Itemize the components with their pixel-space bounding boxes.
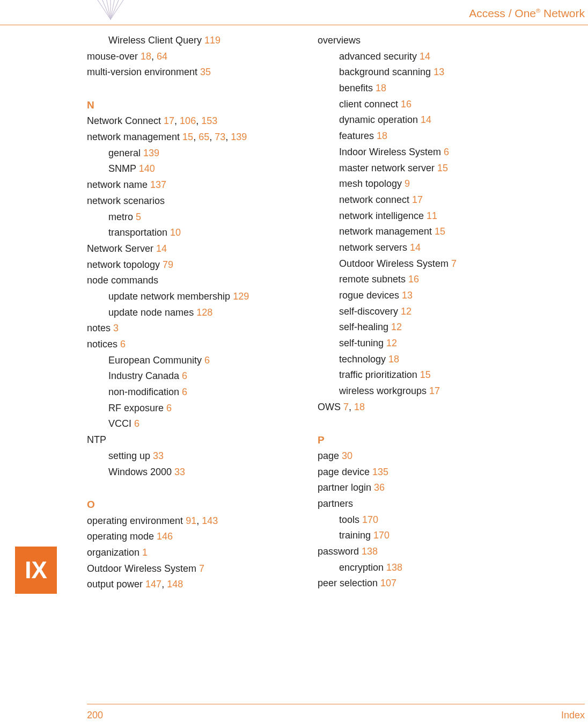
page-reference[interactable]: 30 [342,450,352,461]
page-reference[interactable]: 18 [354,402,365,412]
page-reference[interactable]: 10 [170,227,181,238]
page-reference[interactable]: 36 [374,482,385,493]
page-reference[interactable]: 14 [421,114,431,125]
index-column-1: Wireless Client Query 119mouse-over 18, … [87,33,318,593]
index-entry: Network Server 14 [87,241,307,257]
index-entry: self-healing 12 [318,319,548,336]
index-entry-text: client connect [339,99,401,110]
page-reference[interactable]: 13 [433,67,444,77]
page-reference[interactable]: 137 [150,179,166,190]
page-reference[interactable]: 14 [410,242,421,253]
page-reference[interactable]: 129 [233,291,249,302]
page-reference[interactable]: 146 [157,531,173,542]
page-reference[interactable]: 17 [412,194,423,205]
page-reference[interactable]: 6 [182,387,187,397]
page-reference[interactable]: 13 [402,290,413,301]
page-reference[interactable]: 139 [231,132,247,142]
index-entry-text: network management [339,226,435,237]
page-reference[interactable]: 15 [420,369,431,380]
page-reference[interactable]: 148 [167,579,183,589]
page-reference[interactable]: 17 [429,385,440,396]
index-entry-text: node commands [87,275,158,286]
header-title-prefix: Access / One [469,7,536,19]
page-reference[interactable]: 170 [362,514,378,525]
index-entry: operating environment 91, 143 [87,513,307,529]
index-entry: network connect 17 [318,192,548,208]
page-reference[interactable]: 17 [164,115,174,126]
page-reference[interactable]: 7 [451,258,457,269]
page-reference[interactable]: 33 [174,467,185,477]
page-reference[interactable]: 170 [373,530,389,541]
page-reference[interactable]: 128 [196,307,212,318]
page-reference[interactable]: 91 [186,515,196,526]
page-reference[interactable]: 139 [143,148,159,158]
index-entry: Windows 2000 33 [87,464,307,481]
index-entry: Wireless Client Query 119 [87,33,307,49]
index-entry: self-tuning 12 [318,336,548,352]
page-reference[interactable]: 15 [435,226,445,237]
page-reference[interactable]: 12 [401,306,411,317]
page-reference[interactable]: 65 [199,132,209,142]
page-reference[interactable]: 18 [377,130,387,141]
page-reference[interactable]: 18 [141,51,151,62]
index-entry-text: SNMP [108,163,139,174]
page-reference[interactable]: 147 [145,579,161,589]
section-letter: O [87,496,307,513]
page-reference[interactable]: 7 [343,402,349,412]
index-entry: NTP [87,432,307,448]
page-reference[interactable]: 107 [380,578,396,588]
index-entry-text: benefits [339,83,376,93]
page-reference[interactable]: 9 [405,178,410,189]
registered-mark: ® [536,8,540,14]
page-reference[interactable]: 15 [182,132,193,142]
page-reference[interactable]: 16 [408,274,419,285]
page-reference[interactable]: 138 [386,562,402,573]
index-columns: IX Wireless Client Query 119mouse-over 1… [0,25,588,593]
index-entry: network servers 14 [318,240,548,256]
index-entry: features 18 [318,128,548,144]
page-reference[interactable]: 143 [202,515,218,526]
page-reference[interactable]: 35 [200,67,211,77]
page-reference[interactable]: 5 [136,212,141,222]
page-reference[interactable]: 12 [391,322,402,332]
page-reference[interactable]: 7 [199,563,204,574]
page-reference[interactable]: 6 [134,418,139,429]
page-reference[interactable]: 12 [386,338,397,348]
index-entry: Industry Canada 6 [87,368,307,384]
page-reference[interactable]: 6 [182,370,187,381]
page-reference[interactable]: 18 [388,354,399,365]
page-reference[interactable]: 64 [157,51,167,62]
page-reference[interactable]: 79 [163,259,173,270]
page-reference[interactable]: 138 [362,546,378,557]
index-entry-text: background scanning [339,67,433,77]
page-reference[interactable]: 6 [204,355,210,366]
page-reference[interactable]: 1 [142,547,148,558]
page-reference[interactable]: 14 [156,243,167,254]
index-entry-text: master network server [339,163,437,173]
index-entry-text: self-tuning [339,338,386,348]
page-reference[interactable]: 11 [427,210,437,221]
page-reference[interactable]: 153 [201,115,217,126]
svg-line-1 [102,0,111,19]
page-reference[interactable]: 14 [420,51,430,62]
page-reference[interactable]: 140 [139,163,155,174]
page-reference[interactable]: 106 [180,115,196,126]
page-reference[interactable]: 33 [153,450,164,461]
index-entry: client connect 16 [318,97,548,113]
page-reference[interactable]: 119 [204,35,220,46]
index-entry: remote subnets 16 [318,272,548,288]
page-reference[interactable]: 6 [120,339,126,350]
page-reference[interactable]: 3 [113,323,119,333]
index-entry-text: network management [87,132,182,142]
index-entry: organization 1 [87,545,307,561]
page-reference[interactable]: 135 [372,467,388,477]
page-reference[interactable]: 73 [215,132,225,142]
index-entry-text: overviews [318,35,361,46]
index-entry-text: partner login [318,482,374,493]
page-reference[interactable]: 18 [376,83,386,93]
page-reference[interactable]: 16 [401,99,411,110]
page-reference[interactable]: 6 [166,403,172,413]
index-entry: tools 170 [318,512,548,528]
page-reference[interactable]: 15 [437,163,448,173]
page-reference[interactable]: 6 [444,147,449,157]
